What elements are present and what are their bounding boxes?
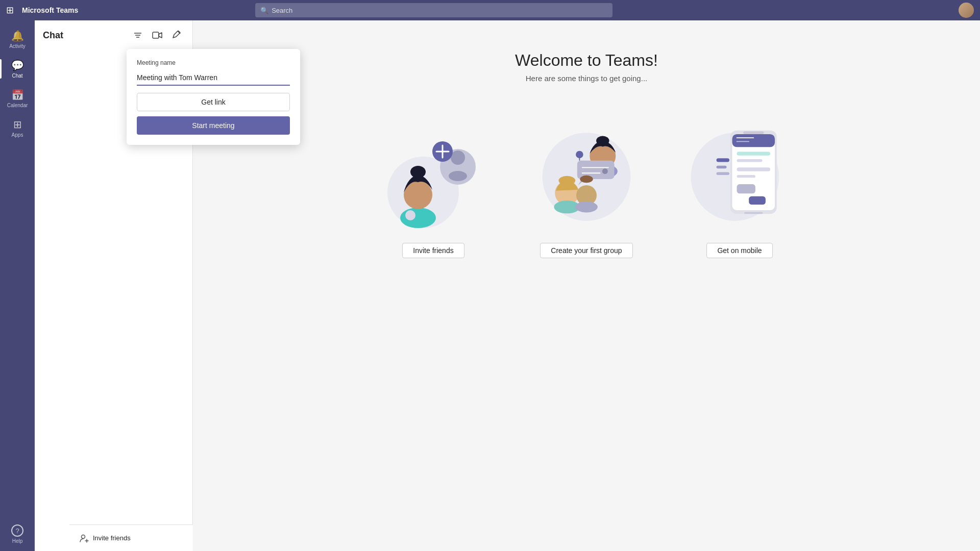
svg-point-30 — [580, 176, 593, 183]
apps-icon: ⊞ — [13, 118, 22, 131]
mobile-card: Get on mobile — [683, 113, 796, 258]
sidebar-item-apps[interactable]: ⊞ Apps — [0, 114, 35, 142]
activity-icon: 🔔 — [11, 30, 24, 42]
meeting-name-label: Meeting name — [137, 59, 290, 66]
chat-header: Chat — [35, 20, 192, 48]
chat-panel: Chat — [35, 20, 193, 551]
mobile-label-card[interactable]: Get on mobile — [706, 243, 772, 258]
mobile-illustration-svg — [689, 116, 791, 233]
invite-friends-icon — [80, 534, 89, 543]
svg-rect-3 — [153, 32, 159, 38]
sidebar-item-chat[interactable]: 💬 Chat — [0, 55, 35, 83]
svg-rect-43 — [737, 184, 755, 193]
left-nav: 🔔 Activity 💬 Chat 📅 Calendar ⊞ Apps ? He… — [0, 20, 35, 551]
svg-rect-44 — [749, 196, 766, 205]
start-meeting-button[interactable]: Start meeting — [137, 116, 290, 135]
sidebar-item-help-label: Help — [12, 538, 23, 544]
invite-friends-label: Invite friends — [93, 534, 131, 542]
svg-rect-48 — [717, 166, 727, 168]
sidebar-item-activity[interactable]: 🔔 Activity — [0, 26, 35, 53]
svg-point-18 — [596, 136, 609, 145]
title-bar: ⊞ Microsoft Teams 🔍 — [0, 0, 980, 20]
create-group-label-card[interactable]: Create your first group — [540, 243, 632, 258]
compose-button[interactable] — [169, 28, 184, 43]
meeting-popup: Meeting name Get link Start meeting — [127, 49, 300, 145]
invite-friends-illustration — [382, 113, 484, 236]
sidebar-item-help[interactable]: ? Help — [0, 520, 35, 550]
svg-rect-40 — [737, 159, 763, 162]
svg-rect-42 — [737, 175, 755, 178]
main-layout: 🔔 Activity 💬 Chat 📅 Calendar ⊞ Apps ? He… — [0, 20, 980, 551]
avatar-image — [959, 3, 974, 18]
welcome-title: Welcome to Teams! — [515, 51, 658, 70]
svg-point-10 — [451, 151, 465, 165]
grid-icon[interactable]: ⊞ — [6, 5, 14, 16]
sidebar-item-calendar[interactable]: 📅 Calendar — [0, 85, 35, 112]
svg-point-15 — [405, 210, 415, 220]
calendar-icon: 📅 — [11, 89, 24, 101]
filter-button[interactable] — [130, 28, 145, 43]
meeting-name-input[interactable] — [137, 70, 290, 86]
svg-rect-36 — [743, 131, 764, 134]
svg-point-4 — [82, 535, 85, 538]
search-input[interactable] — [272, 7, 607, 14]
svg-point-31 — [575, 202, 598, 213]
compose-icon — [172, 31, 181, 40]
svg-rect-47 — [717, 158, 729, 162]
svg-rect-39 — [737, 152, 770, 155]
svg-rect-38 — [732, 134, 775, 147]
invite-illustration-svg — [382, 116, 484, 233]
main-content: Welcome to Teams! Here are some things t… — [193, 20, 980, 551]
svg-rect-49 — [717, 172, 729, 174]
get-link-button[interactable]: Get link — [137, 93, 290, 111]
avatar[interactable] — [959, 3, 974, 18]
invite-friends-card: Invite friends — [377, 113, 489, 258]
svg-point-32 — [602, 168, 608, 174]
group-illustration-svg — [535, 116, 638, 233]
create-group-card: Create your first group — [530, 113, 643, 258]
welcome-cards: Invite friends — [377, 113, 796, 258]
sidebar-item-calendar-label: Calendar — [7, 103, 28, 108]
svg-rect-41 — [737, 167, 770, 171]
sidebar-item-chat-label: Chat — [12, 73, 22, 79]
create-group-illustration — [535, 113, 638, 236]
video-icon — [152, 31, 162, 39]
svg-point-8 — [410, 166, 426, 178]
chat-panel-title: Chat — [43, 30, 126, 41]
search-bar[interactable]: 🔍 — [255, 3, 612, 17]
help-icon: ? — [11, 524, 23, 537]
mobile-illustration — [689, 113, 791, 236]
chat-icon: 💬 — [11, 59, 24, 71]
app-title: Microsoft Teams — [22, 6, 78, 14]
filter-icon — [133, 31, 142, 40]
svg-rect-37 — [744, 212, 763, 214]
svg-point-27 — [558, 176, 575, 185]
invite-friends-label-card[interactable]: Invite friends — [402, 243, 464, 258]
svg-point-11 — [449, 171, 467, 181]
sidebar-item-activity-label: Activity — [9, 43, 26, 49]
sidebar-item-apps-label: Apps — [12, 132, 23, 138]
welcome-subtitle: Here are some things to get going... — [526, 74, 647, 83]
search-icon: 🔍 — [260, 7, 268, 14]
video-call-button[interactable] — [150, 28, 165, 43]
